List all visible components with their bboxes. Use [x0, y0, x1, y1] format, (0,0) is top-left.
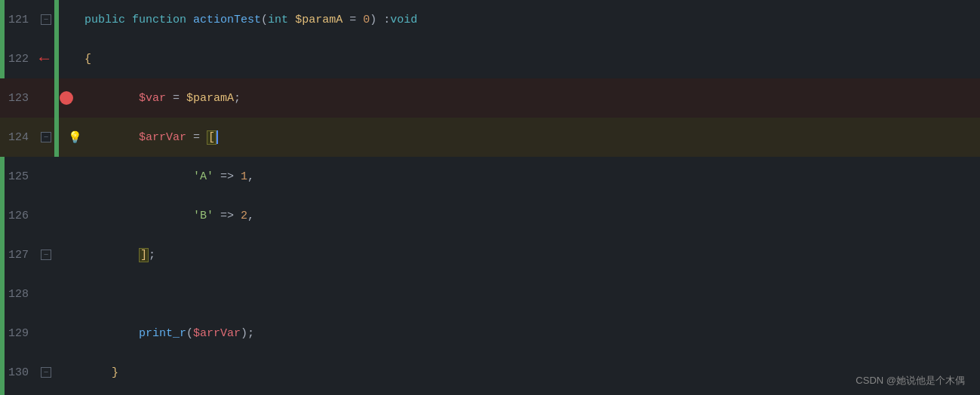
fold-gutter — [38, 78, 54, 118]
code-line[interactable] — [74, 274, 980, 314]
fold-gutter — [38, 157, 54, 196]
line-number: 122 — [0, 39, 38, 78]
fold-indicator[interactable]: − — [41, 14, 51, 25]
breakpoint-dot — [60, 91, 73, 105]
code-line[interactable]: print_r($arrVar); — [74, 314, 980, 353]
fold-gutter: − — [38, 235, 54, 274]
line-row: 130− } — [0, 353, 980, 392]
line-row: 127− ]; — [0, 235, 980, 274]
code-line[interactable]: { — [74, 39, 980, 78]
line-row: ←122{ — [0, 39, 980, 78]
line-number: 127 — [0, 235, 38, 274]
code-editor: 121−public function actionTest(int $para… — [0, 0, 980, 395]
debug-arrow-icon: ← — [39, 50, 49, 69]
watermark: CSDN @她说他是个木偶 — [856, 374, 965, 387]
fold-indicator[interactable]: − — [41, 367, 51, 378]
code-line[interactable]: 'A' => 1, — [74, 157, 980, 196]
fold-gutter: − — [38, 353, 54, 392]
fold-gutter — [38, 274, 54, 314]
line-row: 123 $var = $paramA; — [0, 78, 980, 118]
line-row: 126 'B' => 2, — [0, 196, 980, 235]
fold-gutter — [38, 314, 54, 353]
text-cursor — [217, 130, 218, 144]
line-row: 125 'A' => 1, — [0, 157, 980, 196]
code-line[interactable]: $var = $paramA; — [74, 78, 980, 118]
fold-indicator[interactable]: − — [41, 132, 51, 142]
line-number: 128 — [0, 274, 38, 314]
code-line[interactable]: 💡 $arrVar = [ — [74, 118, 980, 157]
fold-indicator[interactable]: − — [41, 250, 51, 260]
line-number: 121 — [0, 0, 38, 39]
editor-content: 121−public function actionTest(int $para… — [0, 0, 980, 395]
code-line[interactable]: 'B' => 2, — [74, 196, 980, 235]
line-row: 124−💡 $arrVar = [ — [0, 118, 980, 157]
line-row: 128 — [0, 274, 980, 314]
line-number: 130 — [0, 353, 38, 392]
code-line[interactable]: public function actionTest(int $paramA =… — [74, 0, 980, 39]
fold-gutter: − — [38, 118, 54, 157]
line-number: 123 — [0, 78, 38, 118]
fold-gutter — [38, 196, 54, 235]
fold-gutter: − — [38, 0, 54, 39]
line-row: 121−public function actionTest(int $para… — [0, 0, 980, 39]
code-line[interactable]: ]; — [74, 235, 980, 274]
lightbulb-icon[interactable]: 💡 — [68, 130, 82, 145]
line-row: 129 print_r($arrVar); — [0, 314, 980, 353]
line-number: 124 — [0, 118, 38, 157]
line-number: 129 — [0, 314, 38, 353]
line-number: 125 — [0, 157, 38, 196]
line-number: 126 — [0, 196, 38, 235]
code-line[interactable]: } — [74, 353, 980, 392]
